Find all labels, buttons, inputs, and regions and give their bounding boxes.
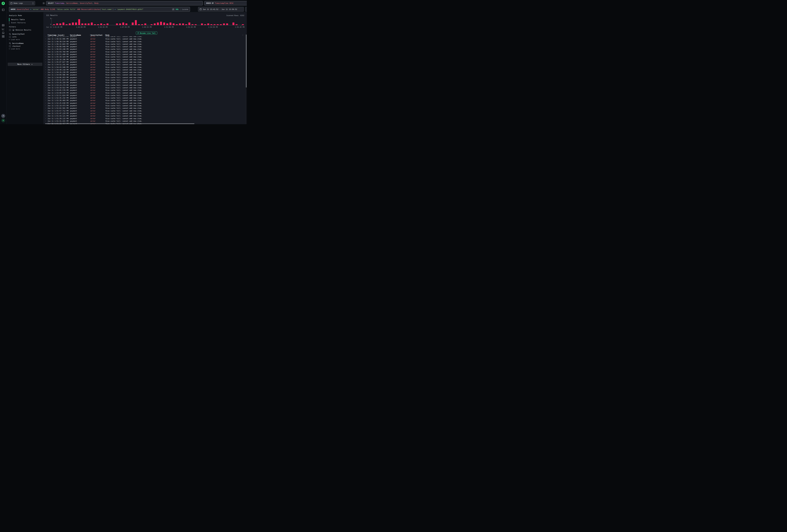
- row-expand-chevron-icon[interactable]: ›: [45, 100, 46, 101]
- run-query-button[interactable]: [245, 7, 247, 12]
- table-row[interactable]: ›Jun 11 1:52:51.824 PMpaymenterrorVisa c…: [44, 94, 246, 97]
- filter-option-checkout[interactable]: checkout: [9, 45, 21, 47]
- table-row[interactable]: ›Jun 11 1:54:26.230 PMpaymenterrorVisa c…: [44, 71, 246, 74]
- sessions-icon[interactable]: [2, 31, 4, 34]
- panel-toggle-icon[interactable]: [2, 8, 4, 11]
- row-expand-chevron-icon[interactable]: ›: [45, 71, 46, 73]
- load-more-service[interactable]: Load more: [9, 48, 20, 50]
- orderby-input[interactable]: ORDER BY TimestampTime DESC: [204, 1, 247, 5]
- filter-group-servicename[interactable]: ServiceName: [9, 42, 24, 44]
- row-expand-chevron-icon[interactable]: ›: [45, 97, 46, 99]
- table-row[interactable]: ›Jun 11 1:55:16.296 PMpaymenterrorVisa c…: [44, 58, 246, 61]
- table-row[interactable]: ›Jun 11 1:51:43.121 PMpaymenterrorVisa c…: [44, 115, 246, 117]
- table-row[interactable]: ›Jun 11 1:54:06.953 PMpaymenterrorVisa c…: [44, 76, 246, 79]
- row-expand-chevron-icon[interactable]: ›: [45, 66, 46, 68]
- row-expand-chevron-icon[interactable]: ›: [45, 74, 46, 76]
- dashboards-icon[interactable]: [2, 35, 4, 38]
- table-row[interactable]: ›Jun 11 1:53:05.578 PMpaymenterrorVisa c…: [44, 89, 246, 92]
- table-row[interactable]: ›Jun 11 1:53:26.250 PMpaymenterrorVisa c…: [44, 81, 246, 84]
- table-row[interactable]: ›Jun 11 1:55:39.324 PMpaymenterrorVisa c…: [44, 56, 246, 58]
- table-row[interactable]: ›Jun 11 1:51:47.229 PMpaymenterrorVisa c…: [44, 112, 246, 115]
- table-row[interactable]: ›Jun 11 1:52:35.232 PMpaymenterrorVisa c…: [44, 97, 246, 99]
- row-expand-chevron-icon[interactable]: ›: [45, 94, 46, 96]
- resume-live-tail-button[interactable]: Resume Live Tail: [136, 31, 157, 35]
- table-row[interactable]: ›Jun 11 1:54:09.906 PMpaymenterrorVisa c…: [44, 74, 246, 76]
- table-row[interactable]: ›Jun 11 1:53:24.274 PMpaymenterrorVisa c…: [44, 84, 246, 87]
- filter-option-info[interactable]: info: [9, 36, 17, 38]
- table-row[interactable]: ›Jun 11 1:51:31.415 PMpaymenterrorVisa c…: [44, 120, 246, 123]
- row-expand-chevron-icon[interactable]: ›: [45, 107, 46, 109]
- row-expand-chevron-icon[interactable]: ›: [45, 69, 46, 70]
- results-histogram[interactable]: 8 0 Jun 11 1:41:45 PM1:44:00 PM1:45:45 P…: [52, 18, 244, 25]
- row-expand-chevron-icon[interactable]: ›: [45, 87, 46, 88]
- chart-explorer-icon[interactable]: [2, 28, 4, 30]
- table-row[interactable]: ›Jun 11 1:56:38.534 PMpaymenterrorVisa c…: [44, 40, 246, 43]
- help-button[interactable]: ?: [1, 114, 5, 118]
- table-row[interactable]: ›Jun 11 1:52:25.630 PMpaymenterrorVisa c…: [44, 102, 246, 105]
- row-expand-chevron-icon[interactable]: ›: [45, 51, 46, 52]
- row-expand-chevron-icon[interactable]: ›: [45, 38, 46, 40]
- table-row[interactable]: ›Jun 11 1:54:40.218 PMpaymenterrorVisa c…: [44, 69, 246, 71]
- row-expand-chevron-icon[interactable]: ›: [45, 36, 46, 37]
- table-row[interactable]: ›Jun 11 1:55:07.827 PMpaymenterrorVisa c…: [44, 61, 246, 63]
- row-expand-chevron-icon[interactable]: ›: [45, 64, 46, 65]
- denoise-results-checkbox[interactable]: Denoise Results: [9, 29, 31, 31]
- table-row[interactable]: ›Jun 11 1:51:57.712 PMpaymenterrorVisa c…: [44, 110, 246, 112]
- row-expand-chevron-icon[interactable]: ›: [45, 105, 46, 106]
- table-row[interactable]: ›Jun 11 1:51:39.115 PMpaymenterrorVisa c…: [44, 118, 246, 120]
- row-expand-chevron-icon[interactable]: ›: [45, 118, 46, 119]
- sql-mode-toggle[interactable]: SQL: [176, 8, 179, 10]
- table-row[interactable]: ›Jun 11 1:54:52.241 PMpaymenterrorVisa c…: [44, 63, 246, 66]
- table-row[interactable]: ›Jun 11 1:52:02.581 PMpaymenterrorVisa c…: [44, 107, 246, 109]
- load-more-severity[interactable]: Load more: [9, 39, 20, 40]
- time-range-picker[interactable]: Jun 11 13:41:52 - Jun 11 13:56:52: [198, 7, 244, 12]
- where-input[interactable]: WHERE SeverityText = 'error' AND Body IL…: [9, 7, 190, 12]
- row-expand-chevron-icon[interactable]: ›: [45, 79, 46, 81]
- table-row[interactable]: ›Jun 11 1:56:51.975 PMpaymenterrorVisa c…: [44, 36, 246, 38]
- row-expand-chevron-icon[interactable]: ›: [45, 54, 46, 55]
- row-expand-chevron-icon[interactable]: ›: [45, 41, 46, 42]
- column-header-severitytext[interactable]: SeverityText: [90, 34, 103, 36]
- row-expand-chevron-icon[interactable]: ›: [45, 59, 46, 60]
- column-header-servicename[interactable]: ServiceName: [70, 34, 81, 36]
- table-row[interactable]: ›Jun 11 1:52:19.473 PMpaymenterrorVisa c…: [44, 105, 246, 107]
- mode-results-table[interactable]: Results Table: [9, 18, 42, 21]
- column-header-timestamp[interactable]: Timestamp (Local): [47, 34, 64, 36]
- row-expand-chevron-icon[interactable]: ›: [45, 115, 46, 116]
- table-row[interactable]: ›Jun 11 1:53:10.922 PMpaymenterrorVisa c…: [44, 87, 246, 89]
- column-header-body[interactable]: Body: [105, 34, 109, 36]
- table-row[interactable]: ›Jun 11 1:56:08.948 PMpaymenterrorVisa c…: [44, 45, 246, 48]
- horizontal-scrollbar-thumb[interactable]: [45, 123, 194, 124]
- vertical-scrollbar[interactable]: [246, 34, 247, 124]
- vertical-scrollbar-thumb[interactable]: [246, 35, 247, 87]
- filter-group-severitytext[interactable]: SeverityText: [9, 33, 25, 35]
- select-query-input[interactable]: SELECT Timestamp, ServiceName, SeverityT…: [46, 1, 203, 5]
- column-resize-handle[interactable]: ⋮: [104, 34, 105, 36]
- row-expand-chevron-icon[interactable]: ›: [45, 77, 46, 78]
- table-options-kebab-icon[interactable]: ⋮: [242, 34, 244, 36]
- row-expand-chevron-icon[interactable]: ›: [45, 82, 46, 83]
- row-expand-chevron-icon[interactable]: ›: [45, 43, 46, 45]
- row-expand-chevron-icon[interactable]: ›: [45, 84, 46, 86]
- hyperdx-logo-icon[interactable]: [1, 2, 5, 5]
- row-expand-chevron-icon[interactable]: ›: [45, 56, 46, 58]
- row-expand-chevron-icon[interactable]: ›: [45, 46, 46, 47]
- row-expand-chevron-icon[interactable]: ›: [45, 112, 46, 114]
- lucene-mode-toggle[interactable]: Lucene: [182, 8, 188, 10]
- table-row[interactable]: ›Jun 11 1:56:03.248 PMpaymenterrorVisa c…: [44, 48, 246, 50]
- log-search-icon[interactable]: [2, 24, 4, 27]
- table-row[interactable]: ›Jun 11 1:52:30.469 PMpaymenterrorVisa c…: [44, 99, 246, 102]
- checkbox[interactable]: [9, 29, 11, 31]
- table-row[interactable]: ›Jun 11 1:54:43.948 PMpaymenterrorVisa c…: [44, 66, 246, 69]
- table-row[interactable]: ›Jun 11 1:55:51.448 PMpaymenterrorVisa c…: [44, 53, 246, 56]
- row-expand-chevron-icon[interactable]: ›: [45, 110, 46, 112]
- row-expand-chevron-icon[interactable]: ›: [45, 102, 46, 104]
- column-resize-handle[interactable]: ⋮: [89, 34, 90, 36]
- checkbox[interactable]: [9, 45, 11, 47]
- datasource-select[interactable]: Demo Logs: [9, 1, 35, 5]
- row-expand-chevron-icon[interactable]: ›: [45, 92, 46, 94]
- row-expand-chevron-icon[interactable]: ›: [45, 48, 46, 50]
- table-row[interactable]: ›Jun 11 1:56:32.843 PMpaymenterrorVisa c…: [44, 43, 246, 45]
- table-row[interactable]: ›Jun 11 1:53:00.676 PMpaymenterrorVisa c…: [44, 92, 246, 94]
- row-expand-chevron-icon[interactable]: ›: [45, 61, 46, 63]
